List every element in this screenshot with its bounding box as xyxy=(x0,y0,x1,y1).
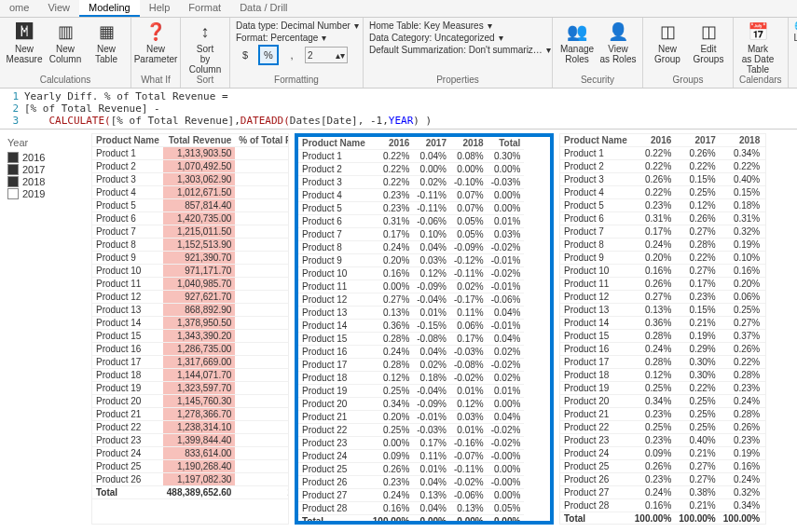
table-row[interactable]: Product 190.25%0.22%0.23%0.27% xyxy=(560,382,766,395)
comma-button[interactable]: , xyxy=(282,46,301,64)
table-row[interactable]: Product 24833,614.000.17% xyxy=(92,447,289,460)
table-row[interactable]: Product 60.31%0.26%0.31%0.29% xyxy=(560,212,766,225)
table-row[interactable]: Product 140.36%-0.15%0.06%-0.01% xyxy=(298,320,524,333)
table-row[interactable]: Product 200.34%0.25%0.24%0.23% xyxy=(560,395,766,408)
table-row[interactable]: Product 110.26%0.17%0.20%0.21% xyxy=(560,278,766,291)
table-row[interactable]: Product 270.24%0.38%0.32%0.31% xyxy=(560,486,766,499)
summarization-dropdown[interactable]: Default Summarization: Don't summariz… ▾ xyxy=(369,45,546,55)
table-row[interactable]: Product 211,278,366.700.26% xyxy=(92,408,289,421)
table-row[interactable]: Product 240.09%0.11%-0.07%-0.00% xyxy=(298,450,524,463)
table-row[interactable]: Product 220.25%-0.03%0.01%-0.02% xyxy=(298,424,524,437)
table-row[interactable]: Product 180.12%0.30%0.28%0.23% xyxy=(560,369,766,382)
table-row[interactable]: Product 5857,814.400.18% xyxy=(92,199,289,212)
new-table-button[interactable]: ▦NewTable xyxy=(88,20,125,64)
tab-ome[interactable]: ome xyxy=(0,0,38,17)
table-row[interactable]: Product 11,313,903.500.27% xyxy=(92,147,289,160)
table-row[interactable]: Product 30.22%0.02%-0.10%-0.03% xyxy=(298,176,524,189)
table-row[interactable]: Product 151,343,390.200.28% xyxy=(92,330,289,343)
hometable-dropdown[interactable]: Home Table: Key Measures ▾ xyxy=(369,20,546,31)
table-row[interactable]: Product 201,145,760.300.23% xyxy=(92,395,289,408)
table-row[interactable]: Product 231,399,844.400.29% xyxy=(92,434,289,447)
table-row[interactable]: Product 260.23%0.27%0.24%0.25% xyxy=(560,473,766,486)
table-row[interactable]: Product 230.00%0.17%-0.16%-0.02% xyxy=(298,437,524,450)
datatype-dropdown[interactable]: Data type: Decimal Number ▾ xyxy=(236,20,357,31)
slicer-item-2016[interactable]: 2016 xyxy=(7,152,82,163)
tab-view[interactable]: View xyxy=(38,0,79,17)
table-row[interactable]: Product 20.22%0.00%0.00%0.00% xyxy=(298,163,524,176)
table-row[interactable]: Product 221,238,314.100.25% xyxy=(92,421,289,434)
tab-help[interactable]: Help xyxy=(140,0,180,17)
formula-bar[interactable]: 1Yearly Diff. % of Total Revenue = 2[% o… xyxy=(0,89,797,130)
table-row[interactable]: Product 191,323,597.700.27% xyxy=(92,382,289,395)
table-row[interactable]: Product 30.26%0.15%0.40%0.27% xyxy=(560,173,766,186)
table-row[interactable]: Product 71,215,011.500.25% xyxy=(92,225,289,239)
slicer-item-2017[interactable]: 2017 xyxy=(7,164,82,175)
table-row[interactable]: Product 12927,621.700.19% xyxy=(92,291,289,304)
table-row[interactable]: Product 180.12%0.18%-0.02%0.02% xyxy=(298,372,524,385)
table-row[interactable]: Product 130.13%0.15%0.25%0.18% xyxy=(560,304,766,317)
table-row[interactable]: Product 210.20%-0.01%0.03%0.04% xyxy=(298,411,524,424)
table-row[interactable]: Product 170.28%0.02%-0.08%-0.02% xyxy=(298,359,524,372)
table-row[interactable]: Product 171,317,669.000.27% xyxy=(92,356,289,369)
table-row[interactable]: Product 100.16%0.12%-0.11%-0.02% xyxy=(298,267,524,280)
year-slicer[interactable]: Year 2016201720182019 xyxy=(4,133,86,525)
table-row[interactable]: Product 261,197,082.300.25% xyxy=(92,473,289,486)
table-row[interactable]: Product 190.25%-0.04%0.01%0.01% xyxy=(298,385,524,398)
tab-modeling[interactable]: Modeling xyxy=(79,0,140,17)
table-row[interactable]: Product 90.20%0.22%0.10%0.19% xyxy=(560,252,766,265)
edit-groups-button[interactable]: ◫EditGroups xyxy=(690,20,727,64)
table-row[interactable]: Product 280.16%0.21%0.34%0.23% xyxy=(560,499,766,512)
table-row[interactable]: Product 250.26%0.01%-0.11%0.00% xyxy=(298,463,524,476)
table-row[interactable]: Product 80.24%0.28%0.19%0.24% xyxy=(560,239,766,252)
table-row[interactable]: Product 120.27%-0.04%-0.17%-0.06% xyxy=(298,293,524,307)
tab-data / drill[interactable]: Data / Drill xyxy=(230,0,296,17)
table-row[interactable]: Product 100.16%0.27%0.16%0.20% xyxy=(560,265,766,278)
decimals-spinner[interactable]: 2▴▾ xyxy=(305,47,348,63)
table-row[interactable]: Product 181,144,071.700.23% xyxy=(92,369,289,382)
table-row[interactable]: Product 150.28%0.19%0.37%0.28% xyxy=(560,330,766,343)
tab-format[interactable]: Format xyxy=(179,0,230,17)
table-row[interactable]: Product 90.20%0.03%-0.12%-0.01% xyxy=(298,254,524,267)
table-row[interactable]: Product 251,190,268.400.24% xyxy=(92,460,289,473)
table-row[interactable]: Product 170.28%0.30%0.22%0.27% xyxy=(560,356,766,369)
table-row[interactable]: Product 150.28%-0.08%0.17%0.04% xyxy=(298,333,524,346)
table-row[interactable]: Product 13868,892.900.18% xyxy=(92,304,289,317)
table-row[interactable]: Product 21,070,492.500.22% xyxy=(92,160,289,173)
table-row[interactable]: Product 41,012,671.500.21% xyxy=(92,186,289,199)
table-row[interactable]: Product 40.22%0.25%0.15%0.21% xyxy=(560,186,766,199)
new-measure-button[interactable]: 🅼NewMeasure xyxy=(6,20,43,64)
table-row[interactable]: Product 10971,171.700.20% xyxy=(92,265,289,278)
table-row[interactable]: Product 110.00%-0.09%0.02%-0.01% xyxy=(298,280,524,293)
format-dropdown[interactable]: Format: Percentage ▾ xyxy=(236,33,357,43)
new-parameter-button[interactable]: ❓NewParameter xyxy=(137,20,174,64)
table-row[interactable]: Product 10.22%0.04%0.08%0.30% xyxy=(298,150,524,163)
table-row[interactable]: Product 260.23%0.04%-0.02%-0.00% xyxy=(298,476,524,489)
view-as-roles-button[interactable]: 👤Viewas Roles xyxy=(599,20,637,64)
table-row[interactable]: Product 200.34%-0.09%0.12%0.00% xyxy=(298,398,524,411)
table-row[interactable]: Product 120.27%0.23%0.06%0.19% xyxy=(560,291,766,304)
percent-button[interactable]: % xyxy=(258,45,279,65)
table-row[interactable]: Product 111,040,985.700.21% xyxy=(92,278,289,291)
table-row[interactable]: Product 130.13%0.01%0.11%0.04% xyxy=(298,307,524,320)
table-row[interactable]: Product 141,378,950.500.28% xyxy=(92,317,289,330)
sort-by-column-button[interactable]: ↕Sortby Column xyxy=(186,20,224,75)
table-row[interactable]: Product 160.24%0.29%0.26%0.26% xyxy=(560,343,766,356)
table-row[interactable]: Product 70.17%0.27%0.32%0.25% xyxy=(560,225,766,239)
table-row[interactable]: Product 280.16%0.04%0.13%0.05% xyxy=(298,502,524,515)
matrix-visual-pct[interactable]: Product Name201620172018TotalProduct 10.… xyxy=(559,133,766,525)
table-row[interactable]: Product 9921,390.700.19% xyxy=(92,252,289,265)
table-row[interactable]: Product 220.25%0.25%0.26%0.25% xyxy=(560,421,766,434)
table-row[interactable]: Product 70.17%0.10%0.05%0.03% xyxy=(298,228,524,241)
table-row[interactable]: Product 40.23%-0.11%0.07%0.00% xyxy=(298,189,524,202)
table-row[interactable]: Product 80.24%0.04%-0.09%-0.02% xyxy=(298,241,524,254)
table-row[interactable]: Product 60.31%-0.06%0.05%0.01% xyxy=(298,215,524,228)
table-row[interactable]: Product 31,303,062.900.27% xyxy=(92,173,289,186)
table-row[interactable]: Product 81,152,513.900.24% xyxy=(92,239,289,252)
table-row[interactable]: Product 10.22%0.26%0.34%0.27% xyxy=(560,147,766,160)
currency-button[interactable]: $ xyxy=(236,46,254,64)
linguistic-button[interactable]: Linguistic Schem xyxy=(794,33,797,43)
language-dropdown[interactable]: 🌐 Language ▾ xyxy=(794,20,797,31)
table-row[interactable]: Product 20.22%0.22%0.22%0.22% xyxy=(560,160,766,173)
manage-roles-button[interactable]: 👥ManageRoles xyxy=(558,20,596,64)
table-row[interactable]: Product 61,420,735.000.29% xyxy=(92,212,289,225)
